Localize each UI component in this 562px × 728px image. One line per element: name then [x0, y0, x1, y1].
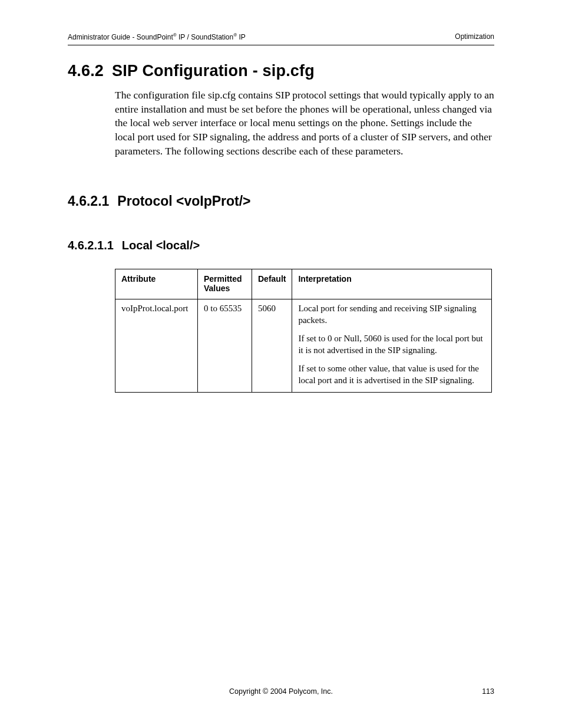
table-row: If set to 0 or Null, 5060 is used for th…: [115, 330, 492, 360]
heading-4-6-2: 4.6.2SIP Configuration - sip.cfg: [68, 62, 494, 80]
table-header-row: Attribute Permitted Values Default Inter…: [115, 269, 492, 299]
footer-copyright: Copyright © 2004 Polycom, Inc.: [229, 687, 333, 696]
cell-empty: [115, 330, 198, 360]
table-row: voIpProt.local.port 0 to 65535 5060 Loca…: [115, 299, 492, 330]
cell-interpretation: Local port for sending and receiving SIP…: [292, 299, 492, 330]
attribute-table: Attribute Permitted Values Default Inter…: [115, 269, 492, 393]
heading-number: 4.6.2.1: [68, 193, 109, 209]
heading-number: 4.6.2.1.1: [68, 239, 114, 252]
heading-4-6-2-1: 4.6.2.1Protocol <voIpProt/>: [68, 193, 494, 209]
cell-empty: [198, 330, 252, 360]
heading-4-6-2-1-1: 4.6.2.1.1Local <local/>: [68, 239, 494, 252]
cell-permitted: 0 to 65535: [198, 299, 252, 330]
heading-title: Local <local/>: [122, 239, 200, 252]
footer-page-number: 113: [482, 687, 494, 696]
th-interpretation: Interpretation: [292, 269, 492, 299]
heading-number: 4.6.2: [68, 62, 104, 80]
page-footer: Copyright © 2004 Polycom, Inc. 113: [68, 687, 494, 696]
cell-empty: [252, 360, 292, 393]
heading-title: Protocol <voIpProt/>: [117, 193, 250, 209]
header-right: Optimization: [455, 32, 494, 41]
cell-empty: [198, 360, 252, 393]
page-content: Administrator Guide - SoundPoint® IP / S…: [0, 0, 562, 393]
cell-interpretation: If set to 0 or Null, 5060 is used for th…: [292, 330, 492, 360]
th-permitted: Permitted Values: [198, 269, 252, 299]
page-header: Administrator Guide - SoundPoint® IP / S…: [68, 32, 494, 41]
cell-attribute: voIpProt.local.port: [115, 299, 198, 330]
cell-default: 5060: [252, 299, 292, 330]
cell-empty: [252, 330, 292, 360]
intro-paragraph: The configuration file sip.cfg contains …: [115, 88, 494, 158]
table-row: If set to some other value, that value i…: [115, 360, 492, 393]
th-default: Default: [252, 269, 292, 299]
heading-title: SIP Configuration - sip.cfg: [112, 62, 315, 80]
header-left: Administrator Guide - SoundPoint® IP / S…: [68, 32, 246, 41]
header-rule: [68, 45, 494, 45]
cell-interpretation: If set to some other value, that value i…: [292, 360, 492, 393]
cell-empty: [115, 360, 198, 393]
th-attribute: Attribute: [115, 269, 198, 299]
